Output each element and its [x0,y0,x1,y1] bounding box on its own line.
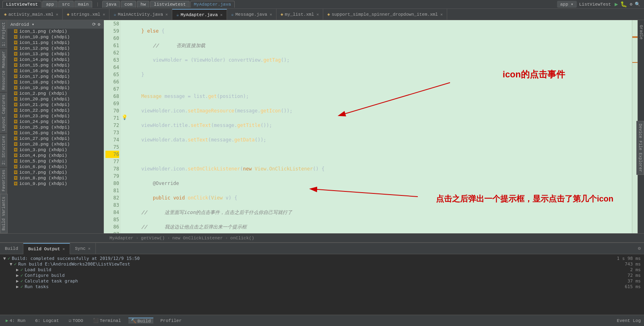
file-icon-23[interactable]: 🖼 icon_23.png (xhdpi) [7,113,103,119]
file-icon-6[interactable]: 🖼 icon_6.png (xhdpi) [7,164,103,170]
image-file-icon: 🖼 [14,40,18,45]
file-icon-3[interactable]: 🖼 icon_3.png (xhdpi) [7,147,103,153]
image-file-icon: 🖼 [14,69,18,73]
code-line-64: viewHolder.icon.setImageResource(message… [130,107,634,114]
terminal-toolbar-tab[interactable]: ⬛ Terminal [91,318,124,323]
logcat-toolbar-tab[interactable]: 6: Logcat [33,318,61,323]
expand-icon-2[interactable]: ▶ [16,267,19,272]
build-variants-tab[interactable]: Build Variants [0,194,8,233]
close-sync-icon[interactable]: ✕ [88,246,91,251]
file-icon-12[interactable]: 🖼 icon_12.png (xhdpi) [7,46,103,51]
src-tab[interactable]: src [58,1,74,8]
run-toolbar-tab[interactable]: ▶ 4: Run [3,318,28,323]
settings-icon[interactable]: ⚙ [630,2,632,7]
device-file-explorer-tab[interactable]: Device File Explorer [636,121,644,175]
file-icon-11[interactable]: 🖼 icon_11.png (xhdpi) [7,40,103,46]
expand-icon-3[interactable]: ▶ [16,273,19,278]
code-line-71: public void onClick(View v) { [130,194,634,201]
project-panel: Android ▾ ⟳ ⚙ 🖼 icon_1.png (xhdpi) 🖼 ico… [7,20,104,233]
file-icon-1[interactable]: 🖼 icon_1.png (xhdpi) [7,29,103,34]
run-icon[interactable]: ▶ [615,1,618,8]
main-tab[interactable]: main [74,1,92,8]
build-row-1: ▼ ✓ Run build E:\AndroidWorks200E\ListVi… [3,262,641,267]
tab-message[interactable]: ☕ Message.java ✕ [227,9,277,20]
code-area[interactable]: } else { // 否则直接加载 viewHolder = (ViewHol… [126,20,638,233]
image-file-icon: 🖼 [14,46,18,51]
file-icon-8[interactable]: 🖼 icon_8.png (xhdpi) [7,175,103,181]
tab-mainactivity[interactable]: ☕ MainActivity.java ✕ [109,9,172,20]
todo-toolbar-tab[interactable]: ☑ TODO [66,318,86,323]
resource-manager-label[interactable]: Resource Manager [0,49,7,92]
file-icon-15[interactable]: 🖼 icon_15.png (xhdpi) [7,62,103,68]
expand-icon-5[interactable]: ▶ [16,284,19,289]
file-icon-10[interactable]: 🖼 icon_10.png (xhdpi) [7,34,103,40]
file-icon-18[interactable]: 🖼 icon_18.png (xhdpi) [7,79,103,85]
code-line-69: viewHolder.icon.setOnClickListener(new V… [130,165,634,172]
profiler-toolbar-tab[interactable]: Profiler [158,318,184,323]
myadapter-file-tab[interactable]: MyAdapter.java [190,1,235,8]
device-selector[interactable]: app ▾ [557,1,577,8]
check-icon-1: ✓ [14,262,17,267]
code-line-73: // 我这边让他点击之后弹出来一个提示框 [130,223,634,230]
close-tab-icon5[interactable]: ✕ [270,12,272,17]
sync-tab[interactable]: Sync ✕ [70,243,95,254]
file-icon-9[interactable]: 🖼 icon_9.png (xhdpi) [7,181,103,187]
com-tab[interactable]: com [121,1,136,8]
close-build-output-icon[interactable]: ✕ [62,247,65,251]
file-icon-24[interactable]: 🖼 icon_24.png (xhdpi) [7,119,103,125]
hw-tab[interactable]: hw [137,1,149,8]
build-row-time-2: 2 ms [630,267,641,272]
tab-myadapter[interactable]: ☕ MyAdapter.java ✕ [172,9,227,20]
expand-icon-1[interactable]: ▼ [10,262,12,267]
tab-mylist[interactable]: ◈ my_list.xml ✕ [277,9,323,20]
image-file-icon: 🖼 [14,80,18,85]
listviewtest-tab[interactable]: listviewtest [150,1,189,8]
file-icon-4[interactable]: 🖼 icon_4.png (xhdpi) [7,153,103,158]
build-row-2: ▶ ✓ Load build 2 ms [3,267,641,272]
file-icon-19[interactable]: 🖼 icon_19.png (xhdpi) [7,85,103,91]
close-tab-icon4[interactable]: ✕ [220,12,223,17]
file-icon-28[interactable]: 🖼 icon_28.png (xhdpi) [7,141,103,147]
bottom-settings-icon[interactable]: ⚙ [638,245,641,251]
layout-captures-label[interactable]: Layout Captures [0,93,7,133]
settings-icon2[interactable]: ⚙ [97,22,100,27]
structure-label[interactable]: 2: Structure [0,134,7,167]
file-icon-7[interactable]: 🖼 icon_7.png (xhdpi) [7,170,103,175]
file-icon-13[interactable]: 🖼 icon_13.png (xhdpi) [7,51,103,57]
close-tab-icon6[interactable]: ✕ [316,12,319,17]
build-output-tab[interactable]: Build Output ✕ [23,243,70,254]
close-tab-icon2[interactable]: ✕ [103,12,105,17]
debug-icon[interactable]: 🐛 [620,1,627,8]
app-tab[interactable]: app [42,1,58,8]
file-icon-16[interactable]: 🖼 icon_16.png (xhdpi) [7,68,103,74]
file-icon-5[interactable]: 🖼 icon_5.png (xhdpi) [7,158,103,164]
project-tab[interactable]: ListViewTest [2,1,41,8]
event-log-tab[interactable]: Event Log [617,318,641,323]
file-icon-2[interactable]: 🖼 icon_2.png (xhdpi) [7,91,103,96]
tab-support-spinner[interactable]: ◈ support_simple_spinner_dropdown_item.x… [323,9,447,20]
file-icon-27[interactable]: 🖼 icon_27.png (xhdpi) [7,136,103,141]
java-tab[interactable]: java [102,1,120,8]
image-file-icon: 🖼 [14,57,18,62]
check-icon-5: ✓ [21,284,23,289]
file-icon-17[interactable]: 🖼 icon_17.png (xhdpi) [7,74,103,79]
file-icon-20[interactable]: 🖼 icon_20.png (xhdpi) [7,96,103,102]
file-icon-14[interactable]: 🖼 icon_14.png (xhdpi) [7,57,103,62]
tab-activity-main[interactable]: ◈ activity_main.xml ✕ [0,9,63,20]
close-tab-icon7[interactable]: ✕ [440,12,443,17]
project-view-label[interactable]: 1: Project [0,20,7,48]
search-icon[interactable]: 🔍 [635,2,640,7]
build-tab[interactable]: Build [0,243,23,254]
close-tab-icon[interactable]: ✕ [56,12,58,17]
close-tab-icon3[interactable]: ✕ [165,12,168,17]
file-icon-22[interactable]: 🖼 icon_22.png (xhdpi) [7,108,103,113]
expand-icon-0[interactable]: ▼ [3,256,6,261]
sync-icon[interactable]: ⟳ [92,22,96,27]
file-icon-26[interactable]: 🖼 icon_26.png (xhdpi) [7,130,103,136]
file-icon-21[interactable]: 🖼 icon_21.png (xhdpi) [7,102,103,108]
file-icon-25[interactable]: 🖼 icon_25.png (xhdpi) [7,125,103,130]
tab-strings[interactable]: ◈ strings.xml ✕ [63,9,109,20]
xml-icon4: ◈ [327,12,330,17]
build-toolbar-tab[interactable]: 🔨 Build [128,318,153,324]
expand-icon-4[interactable]: ▶ [16,278,19,284]
